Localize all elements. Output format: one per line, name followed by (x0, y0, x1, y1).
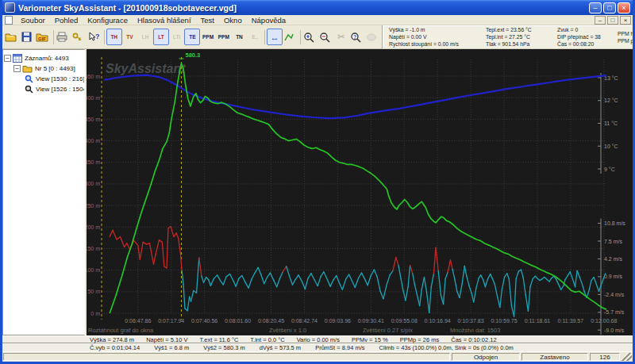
tree-item-label: View [1526 : 1504] (36, 86, 85, 93)
menu-soubor[interactable]: Soubor (16, 16, 50, 25)
app-icon (5, 2, 15, 13)
zoom-out-button[interactable] (318, 29, 333, 45)
context-help-button[interactable]: ? (87, 29, 102, 45)
maximize-button[interactable]: □ (603, 2, 616, 13)
svg-text:11 °C: 11 °C (604, 121, 618, 126)
status-count: 126 (590, 353, 620, 361)
ro-ppmp: PPMp = 26 ms (400, 336, 439, 343)
chart-canvas[interactable]: 550 m500 m450 m400 m350 m300 m250 m200 m… (87, 49, 633, 335)
reading-vyska: Výška = -1.0 m (389, 26, 486, 33)
variogram-chart[interactable]: 550 m500 m450 m400 m350 m300 m250 m200 m… (87, 49, 633, 335)
svg-text:0:10:59.75: 0:10:59.75 (491, 318, 517, 324)
ro-climb-sink: Climb = 43s (100.0%) 0.0m, Sink = 0s (0.… (379, 344, 514, 351)
svg-text:300 m: 300 m (87, 181, 100, 186)
close-button[interactable]: × (618, 2, 630, 13)
status-message-cell (3, 353, 450, 361)
reading-rychlost: Rychlost stoupání = 0.00 m/s (389, 40, 486, 48)
toggle-temp-graph-h[interactable]: TH (106, 29, 122, 45)
status-state: Zastaveno (521, 353, 588, 361)
toggle-temp-graph-v[interactable]: TV (122, 29, 138, 45)
export-gif-button[interactable]: GIF (36, 29, 52, 45)
scissors-icon: ✂ (337, 32, 344, 42)
ro-tint: T.int = 0.0 °C (250, 336, 284, 343)
ro-vario: Vario = 0.00 m/s (297, 336, 340, 343)
svg-text:0:11:18.61: 0:11:18.61 (525, 318, 551, 324)
toggle-ppm-value[interactable]: PPM (200, 29, 216, 45)
svg-text:150 m: 150 m (87, 246, 100, 251)
key-icon (72, 32, 83, 42)
mdi-minimize-button[interactable]: ‒ (595, 16, 606, 25)
toggle-tn[interactable]: TN (232, 29, 248, 45)
reading-ppm-perioda: PPM perioda = 0.0 ms (618, 37, 635, 44)
toggle-lt[interactable]: LT (153, 29, 169, 45)
tree-item-label: Záznamů: 4493 (25, 55, 69, 62)
minimize-button[interactable]: ‒ (589, 2, 602, 13)
magnifier-plus-icon (303, 32, 314, 43)
mdi-close-button[interactable]: × (620, 16, 631, 25)
svg-text:580.3: 580.3 (185, 52, 200, 59)
reading-dip: DIP přepínač = 38 (557, 33, 618, 40)
toggle-lte[interactable]: TE (184, 29, 200, 45)
pan-button[interactable]: ↔ (267, 29, 283, 45)
menu-bar: Soubor Pohled Konfigurace Hlasová hlášen… (2, 15, 633, 25)
collapse-icon[interactable]: − (13, 65, 21, 72)
tree-item-view-2[interactable]: View [1526 : 1504] (4, 84, 83, 94)
key-button[interactable] (71, 29, 87, 45)
menu-hlasova-hlaseni[interactable]: Hlasová hlášení (133, 16, 196, 25)
svg-text:0:07:40.56: 0:07:40.56 (191, 318, 217, 324)
svg-text:4.2 m/s: 4.2 m/s (604, 256, 622, 262)
live-readings-panel: Výška = -1.0 m Napětí = 0.00 V Rychlost … (382, 25, 635, 49)
menu-test[interactable]: Test (196, 16, 219, 25)
open-file-button[interactable] (4, 29, 20, 45)
reading-tepl-int: Tepl.int = 27.25 °C (486, 33, 557, 40)
polygon-icon (283, 33, 294, 42)
tree-item-view-1[interactable]: View [1530 : 216] (4, 74, 83, 84)
ro-vyska: Výška = 274.8 m (90, 336, 134, 343)
svg-text:Roztáhnout graf do okna: Roztáhnout graf do okna (88, 327, 154, 334)
folder-icon (5, 32, 17, 42)
title-bar[interactable]: Variometer SkyAssistant - [201000918sobo… (2, 0, 633, 15)
status-connection: Odpojen (452, 353, 520, 361)
find-button[interactable]: ? (349, 29, 365, 45)
polygon-button[interactable] (283, 29, 298, 45)
reading-ppm-hodnota: PPM hodnota = 0 % (618, 30, 635, 37)
svg-text:10.8 m/s: 10.8 m/s (604, 220, 625, 226)
menu-pohled[interactable]: Pohled (50, 16, 83, 25)
cursor-readout-row-1: Výška = 274.8 m Napětí = 5.10 V T.ext = … (2, 335, 633, 343)
mdi-restore-button[interactable]: □ (607, 16, 618, 25)
svg-text:7.5 m/s: 7.5 m/s (604, 239, 622, 244)
zoom-in-button[interactable] (302, 29, 318, 45)
cut-button: ✂ (333, 29, 349, 45)
floppy-icon (21, 32, 32, 42)
ro-cas: Čas = 0:10:02.12 (451, 336, 496, 343)
tree-item-label: View [1530 : 216] (36, 75, 85, 82)
svg-text:-5.7 m/s: -5.7 m/s (604, 309, 625, 315)
magnifier-question-icon: ? (350, 32, 361, 43)
svg-text:0.9 m/s: 0.9 m/s (604, 274, 622, 279)
ro-ppmv: PPMv = 15 % (352, 336, 388, 343)
app-window: Variometer SkyAssistant - [201000918sobo… (0, 0, 635, 364)
record-button (364, 29, 380, 45)
ro-prumst: PrůmSt = 8.94 m/s (315, 344, 364, 351)
svg-text:Zvětšení 0.27 s/pix: Zvětšení 0.27 s/pix (363, 327, 413, 334)
collapse-icon[interactable]: − (4, 55, 11, 62)
main-area: − Záznamů: 4493 − Nr 5 [0 : 4493] View [… (2, 49, 633, 335)
menu-konfigurace[interactable]: Konfigurace (83, 16, 133, 25)
reading-zvuk: Zvuk = 0 (557, 26, 618, 33)
svg-text:0:08:01.60: 0:08:01.60 (225, 318, 251, 324)
toolbar-row: GIF ? TH TV LH LT LTi TE PPM PPM TN E.. … (2, 25, 633, 49)
toggle-ppm-period[interactable]: PPM (216, 29, 232, 45)
print-button[interactable] (56, 29, 71, 45)
magnifier-blue-icon (25, 75, 33, 83)
document-icon[interactable] (5, 16, 13, 25)
svg-text:10 °C: 10 °C (604, 144, 618, 149)
save-button[interactable] (20, 29, 36, 45)
tree-item-records[interactable]: − Záznamů: 4493 (4, 53, 83, 63)
svg-text:12 °C: 12 °C (604, 98, 618, 103)
menu-okno[interactable]: Okno (219, 16, 247, 25)
tree-item-nr5[interactable]: − Nr 5 [0 : 4493] (4, 63, 83, 74)
ro-dvys: dVýš = 573.5 m (260, 344, 301, 351)
menu-napoveda[interactable]: Nápověda (247, 16, 291, 25)
status-bar: Odpojen Zastaveno 126 (2, 351, 633, 362)
resize-grip[interactable] (622, 353, 632, 361)
